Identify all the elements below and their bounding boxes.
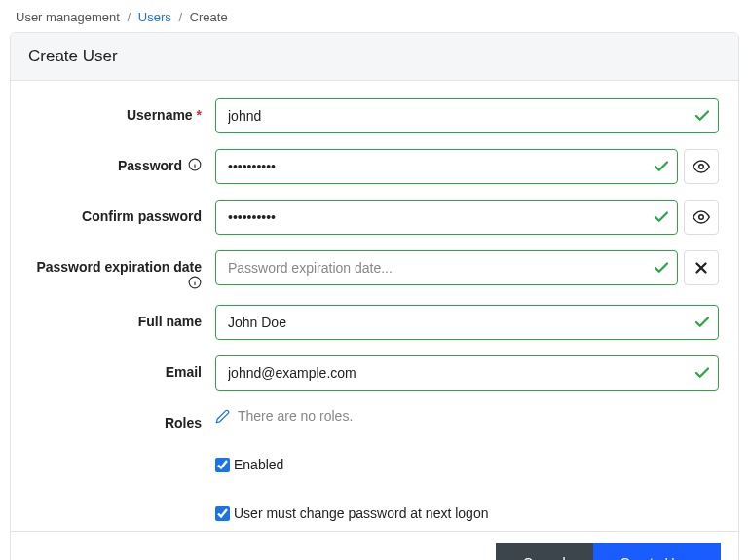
must-change-label: User must change password at next logon (234, 505, 488, 521)
roles-empty-text: There are no roles. (238, 408, 353, 424)
password-input[interactable] (215, 149, 678, 184)
breadcrumb-separator: / (128, 10, 131, 24)
checkmark-icon (693, 314, 711, 331)
breadcrumb-root: User management (16, 10, 120, 24)
label-roles: Roles (30, 406, 215, 431)
enabled-label: Enabled (234, 457, 283, 472)
checkmark-icon (693, 107, 711, 125)
create-user-button-label: Create User (620, 555, 693, 560)
breadcrumb-users-link[interactable]: Users (138, 10, 171, 24)
toggle-confirm-password-visibility-button[interactable] (684, 200, 719, 235)
label-password: Password (30, 149, 215, 174)
panel-footer: Cancel Create User (11, 531, 738, 560)
breadcrumb-separator: / (178, 10, 182, 24)
create-user-panel: Create User Username * Password (10, 32, 739, 560)
row-full-name: Full name (30, 305, 719, 340)
breadcrumb: User management / Users / Create (0, 0, 749, 32)
svg-point-4 (699, 215, 704, 220)
label-email: Email (30, 355, 215, 381)
row-enabled: Enabled (215, 457, 719, 472)
label-username: Username * (30, 98, 215, 124)
panel-body: Username * Password (11, 81, 738, 531)
username-input[interactable] (215, 98, 719, 133)
expiration-input[interactable] (215, 250, 678, 285)
eye-icon (693, 208, 710, 226)
panel-title: Create User (11, 33, 738, 81)
row-confirm-password: Confirm password (30, 200, 719, 235)
row-email: Email (30, 355, 719, 391)
svg-point-3 (699, 165, 704, 169)
row-password: Password (30, 149, 719, 184)
required-asterisk: * (197, 107, 202, 123)
info-icon (188, 158, 202, 171)
label-expiration-text: Password expiration date (36, 258, 202, 276)
full-name-input[interactable] (215, 305, 719, 340)
eye-icon (693, 158, 710, 175)
close-icon (693, 259, 710, 277)
create-user-button[interactable]: Create User (593, 543, 721, 560)
label-expiration: Password expiration date (30, 250, 215, 289)
checkmark-icon (693, 364, 711, 382)
label-full-name: Full name (30, 305, 215, 330)
checkmark-icon (653, 259, 670, 277)
row-must-change: User must change password at next logon (215, 505, 719, 521)
checkmark-icon (653, 208, 670, 226)
toggle-password-visibility-button[interactable] (684, 149, 719, 184)
label-password-text: Password (118, 158, 182, 173)
confirm-password-input[interactable] (215, 200, 678, 235)
cancel-button[interactable]: Cancel (496, 543, 593, 560)
enabled-checkbox[interactable] (215, 458, 230, 472)
clear-expiration-button[interactable] (684, 250, 719, 285)
label-confirm-password: Confirm password (30, 200, 215, 225)
checkmark-icon (653, 158, 670, 175)
label-username-text: Username (127, 107, 193, 123)
breadcrumb-current: Create (190, 10, 228, 24)
email-input[interactable] (215, 355, 719, 391)
info-icon (188, 276, 202, 289)
pencil-icon[interactable] (215, 409, 230, 424)
row-expiration: Password expiration date (30, 250, 719, 289)
must-change-checkbox[interactable] (215, 506, 230, 521)
row-username: Username * (30, 98, 719, 133)
row-roles: Roles There are no roles. (30, 406, 719, 431)
